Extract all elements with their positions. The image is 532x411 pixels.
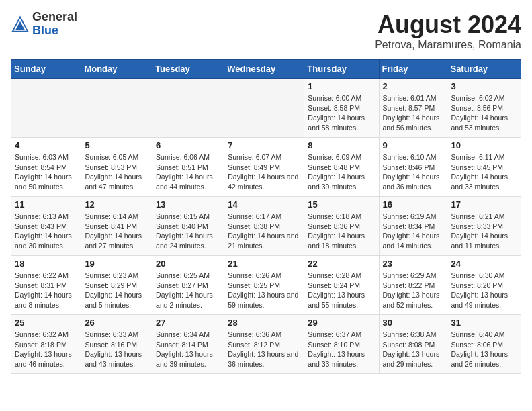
day-info: Sunrise: 6:02 AMSunset: 8:56 PMDaylight:… xyxy=(451,93,517,133)
day-number: 8 xyxy=(308,140,375,150)
calendar-cell: 9Sunrise: 6:10 AMSunset: 8:46 PMDaylight… xyxy=(379,138,447,197)
day-number: 14 xyxy=(228,199,300,210)
calendar-cell: 30Sunrise: 6:38 AMSunset: 8:08 PMDayligh… xyxy=(379,315,447,374)
header-day-sunday: Sunday xyxy=(11,60,81,79)
calendar-cell xyxy=(224,79,304,138)
week-row-2: 4Sunrise: 6:03 AMSunset: 8:54 PMDaylight… xyxy=(11,138,521,197)
day-info: Sunrise: 6:25 AMSunset: 8:27 PMDaylight:… xyxy=(156,271,220,310)
day-number: 26 xyxy=(85,318,148,328)
day-number: 23 xyxy=(383,259,444,269)
calendar-cell: 20Sunrise: 6:25 AMSunset: 8:27 PMDayligh… xyxy=(152,256,224,315)
day-number: 13 xyxy=(156,199,220,210)
day-number: 31 xyxy=(451,318,517,328)
calendar-cell: 4Sunrise: 6:03 AMSunset: 8:54 PMDaylight… xyxy=(11,138,81,197)
logo-text: General Blue xyxy=(32,11,77,38)
subtitle: Petrova, Maramures, Romania xyxy=(375,39,521,51)
day-info: Sunrise: 6:22 AMSunset: 8:31 PMDaylight:… xyxy=(15,271,77,310)
day-number: 7 xyxy=(228,140,300,150)
day-number: 15 xyxy=(308,199,375,210)
day-number: 9 xyxy=(383,140,444,150)
day-number: 22 xyxy=(308,259,375,269)
day-number: 19 xyxy=(85,259,148,269)
day-info: Sunrise: 6:30 AMSunset: 8:20 PMDaylight:… xyxy=(451,271,517,310)
calendar-cell: 26Sunrise: 6:33 AMSunset: 8:16 PMDayligh… xyxy=(81,315,152,374)
week-row-4: 18Sunrise: 6:22 AMSunset: 8:31 PMDayligh… xyxy=(11,256,521,315)
week-row-3: 11Sunrise: 6:13 AMSunset: 8:43 PMDayligh… xyxy=(11,197,521,256)
day-number: 5 xyxy=(85,140,148,150)
day-number: 11 xyxy=(15,199,77,210)
day-number: 16 xyxy=(383,199,444,210)
day-info: Sunrise: 6:40 AMSunset: 8:06 PMDaylight:… xyxy=(451,330,517,369)
day-info: Sunrise: 6:21 AMSunset: 8:33 PMDaylight:… xyxy=(451,212,517,251)
day-info: Sunrise: 6:03 AMSunset: 8:54 PMDaylight:… xyxy=(15,152,77,192)
header-day-wednesday: Wednesday xyxy=(224,60,304,79)
day-info: Sunrise: 6:11 AMSunset: 8:45 PMDaylight:… xyxy=(451,152,517,192)
calendar-cell: 2Sunrise: 6:01 AMSunset: 8:57 PMDaylight… xyxy=(379,79,447,138)
day-number: 30 xyxy=(383,318,444,328)
calendar-cell: 5Sunrise: 6:05 AMSunset: 8:53 PMDaylight… xyxy=(81,138,152,197)
day-info: Sunrise: 6:34 AMSunset: 8:14 PMDaylight:… xyxy=(156,330,220,369)
day-info: Sunrise: 6:28 AMSunset: 8:24 PMDaylight:… xyxy=(308,271,375,310)
calendar-cell: 29Sunrise: 6:37 AMSunset: 8:10 PMDayligh… xyxy=(304,315,379,374)
main-title: August 2024 xyxy=(375,11,521,39)
day-info: Sunrise: 6:32 AMSunset: 8:18 PMDaylight:… xyxy=(15,330,77,369)
calendar-cell: 27Sunrise: 6:34 AMSunset: 8:14 PMDayligh… xyxy=(152,315,224,374)
calendar-cell: 6Sunrise: 6:06 AMSunset: 8:51 PMDaylight… xyxy=(152,138,224,197)
calendar-table: SundayMondayTuesdayWednesdayThursdayFrid… xyxy=(11,59,521,374)
calendar-body: 1Sunrise: 6:00 AMSunset: 8:58 PMDaylight… xyxy=(11,79,521,374)
calendar-cell: 8Sunrise: 6:09 AMSunset: 8:48 PMDaylight… xyxy=(304,138,379,197)
day-info: Sunrise: 6:01 AMSunset: 8:57 PMDaylight:… xyxy=(383,93,444,133)
day-number: 12 xyxy=(85,199,148,210)
day-number: 25 xyxy=(15,318,77,328)
calendar-cell: 1Sunrise: 6:00 AMSunset: 8:58 PMDaylight… xyxy=(304,79,379,138)
day-number: 29 xyxy=(308,318,375,328)
day-info: Sunrise: 6:09 AMSunset: 8:48 PMDaylight:… xyxy=(308,152,375,192)
calendar-cell: 15Sunrise: 6:18 AMSunset: 8:36 PMDayligh… xyxy=(304,197,379,256)
day-number: 28 xyxy=(228,318,300,328)
calendar-cell: 23Sunrise: 6:29 AMSunset: 8:22 PMDayligh… xyxy=(379,256,447,315)
logo-general-text: General xyxy=(32,11,77,24)
day-info: Sunrise: 6:36 AMSunset: 8:12 PMDaylight:… xyxy=(228,330,300,369)
calendar-cell xyxy=(11,79,81,138)
day-info: Sunrise: 6:29 AMSunset: 8:22 PMDaylight:… xyxy=(383,271,444,310)
week-row-5: 25Sunrise: 6:32 AMSunset: 8:18 PMDayligh… xyxy=(11,315,521,374)
day-number: 21 xyxy=(228,259,300,269)
day-number: 4 xyxy=(15,140,77,150)
calendar-cell: 17Sunrise: 6:21 AMSunset: 8:33 PMDayligh… xyxy=(447,197,521,256)
day-number: 3 xyxy=(451,81,517,91)
day-number: 6 xyxy=(156,140,220,150)
header: General Blue August 2024 Petrova, Maramu… xyxy=(11,11,521,51)
day-info: Sunrise: 6:06 AMSunset: 8:51 PMDaylight:… xyxy=(156,152,220,192)
day-info: Sunrise: 6:17 AMSunset: 8:38 PMDaylight:… xyxy=(228,212,300,251)
calendar-header: SundayMondayTuesdayWednesdayThursdayFrid… xyxy=(11,60,521,79)
day-number: 18 xyxy=(15,259,77,269)
day-number: 27 xyxy=(156,318,220,328)
header-day-tuesday: Tuesday xyxy=(152,60,224,79)
header-day-monday: Monday xyxy=(81,60,152,79)
day-info: Sunrise: 6:14 AMSunset: 8:41 PMDaylight:… xyxy=(85,212,148,251)
calendar-cell: 13Sunrise: 6:15 AMSunset: 8:40 PMDayligh… xyxy=(152,197,224,256)
day-info: Sunrise: 6:37 AMSunset: 8:10 PMDaylight:… xyxy=(308,330,375,369)
calendar-cell: 10Sunrise: 6:11 AMSunset: 8:45 PMDayligh… xyxy=(447,138,521,197)
day-info: Sunrise: 6:15 AMSunset: 8:40 PMDaylight:… xyxy=(156,212,220,251)
day-number: 1 xyxy=(308,81,375,91)
day-info: Sunrise: 6:18 AMSunset: 8:36 PMDaylight:… xyxy=(308,212,375,251)
day-info: Sunrise: 6:19 AMSunset: 8:34 PMDaylight:… xyxy=(383,212,444,251)
header-day-friday: Friday xyxy=(379,60,447,79)
calendar-cell xyxy=(81,79,152,138)
day-info: Sunrise: 6:38 AMSunset: 8:08 PMDaylight:… xyxy=(383,330,444,369)
day-info: Sunrise: 6:07 AMSunset: 8:49 PMDaylight:… xyxy=(228,152,300,192)
day-number: 24 xyxy=(451,259,517,269)
calendar-cell: 11Sunrise: 6:13 AMSunset: 8:43 PMDayligh… xyxy=(11,197,81,256)
header-day-saturday: Saturday xyxy=(447,60,521,79)
title-area: August 2024 Petrova, Maramures, Romania xyxy=(375,11,521,51)
day-number: 17 xyxy=(451,199,517,210)
calendar-cell: 16Sunrise: 6:19 AMSunset: 8:34 PMDayligh… xyxy=(379,197,447,256)
calendar-cell: 24Sunrise: 6:30 AMSunset: 8:20 PMDayligh… xyxy=(447,256,521,315)
day-number: 10 xyxy=(451,140,517,150)
header-day-thursday: Thursday xyxy=(304,60,379,79)
week-row-1: 1Sunrise: 6:00 AMSunset: 8:58 PMDaylight… xyxy=(11,79,521,138)
calendar-cell: 31Sunrise: 6:40 AMSunset: 8:06 PMDayligh… xyxy=(447,315,521,374)
day-info: Sunrise: 6:10 AMSunset: 8:46 PMDaylight:… xyxy=(383,152,444,192)
calendar-cell: 14Sunrise: 6:17 AMSunset: 8:38 PMDayligh… xyxy=(224,197,304,256)
